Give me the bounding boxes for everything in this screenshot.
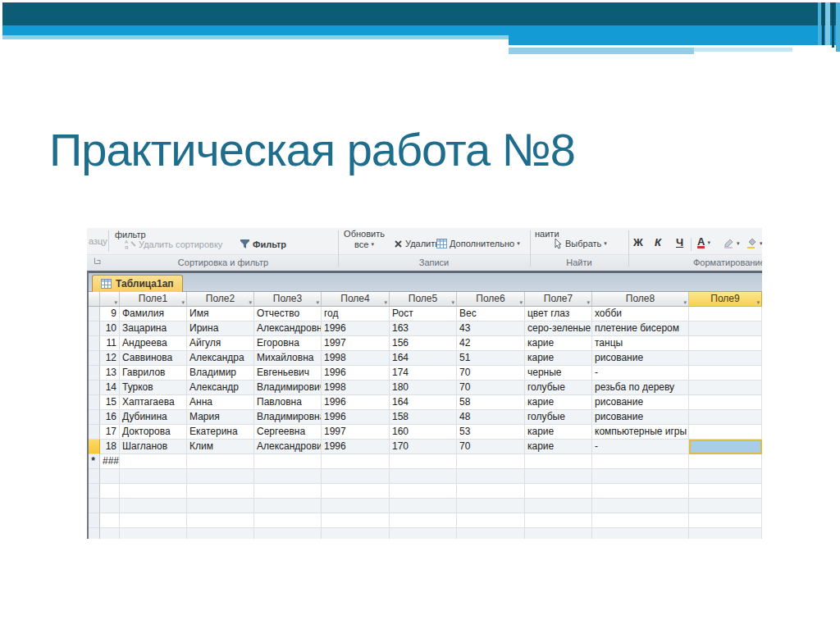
- new-record-id[interactable]: ####: [100, 454, 120, 469]
- table-cell[interactable]: танцы: [592, 336, 689, 351]
- table-cell[interactable]: карие: [525, 351, 592, 366]
- table-cell[interactable]: резьба по дереву: [592, 381, 689, 395]
- table-cell[interactable]: 70: [457, 366, 525, 381]
- table-cell[interactable]: 163: [390, 321, 457, 336]
- column-header-Поле3[interactable]: Поле3▾: [254, 292, 322, 307]
- row-selector[interactable]: [87, 351, 100, 366]
- row-selector[interactable]: [87, 440, 100, 454]
- select-button[interactable]: Выбрать ▾: [555, 238, 607, 249]
- table-cell[interactable]: 1997: [322, 425, 390, 440]
- bold-button[interactable]: Ж: [633, 238, 643, 248]
- table-cell[interactable]: Турков: [120, 381, 187, 395]
- record-id[interactable]: 9: [100, 307, 120, 321]
- record-id[interactable]: 16: [100, 410, 120, 425]
- record-id[interactable]: 17: [100, 425, 120, 440]
- table-cell[interactable]: рисование: [592, 410, 689, 425]
- table-cell[interactable]: 158: [390, 410, 457, 425]
- table-cell[interactable]: [689, 366, 762, 381]
- row-selector[interactable]: [87, 366, 100, 381]
- table-cell[interactable]: [689, 307, 762, 321]
- column-header-Поле5[interactable]: Поле5▾: [390, 292, 457, 307]
- table-cell[interactable]: карие: [525, 440, 592, 454]
- refresh-all-button[interactable]: Обновить: [340, 229, 389, 239]
- table-cell[interactable]: [254, 454, 322, 469]
- document-tab[interactable]: Таблица1ап: [92, 275, 183, 292]
- table-cell[interactable]: голубые: [525, 410, 592, 425]
- table-cell[interactable]: 70: [457, 440, 525, 454]
- table-cell[interactable]: Михайловна: [254, 351, 322, 366]
- table-cell[interactable]: рисование: [592, 395, 689, 410]
- column-header-Поле8[interactable]: Поле8▾: [592, 292, 689, 307]
- table-cell[interactable]: Андреева: [120, 336, 187, 351]
- table-cell[interactable]: Александровна: [254, 321, 322, 336]
- table-cell[interactable]: Вес: [457, 307, 525, 321]
- table-cell[interactable]: 1998: [322, 381, 390, 395]
- table-cell[interactable]: карие: [525, 395, 592, 410]
- table-cell[interactable]: -: [592, 440, 689, 454]
- table-cell[interactable]: 1996: [322, 395, 390, 410]
- table-cell[interactable]: [689, 351, 762, 366]
- column-header-Поле6[interactable]: Поле6▾: [457, 292, 525, 307]
- table-cell[interactable]: Фамилия: [120, 307, 187, 321]
- table-cell[interactable]: 1996: [322, 321, 390, 336]
- row-selector[interactable]: [87, 307, 100, 321]
- table-cell[interactable]: год: [322, 307, 390, 321]
- table-cell[interactable]: 164: [390, 395, 457, 410]
- table-cell[interactable]: 43: [457, 321, 525, 336]
- table-cell[interactable]: 1997: [322, 336, 390, 351]
- column-dropdown-icon[interactable]: ▾: [587, 296, 590, 307]
- table-cell[interactable]: Сергеевна: [254, 425, 322, 440]
- table-cell[interactable]: 70: [457, 381, 525, 395]
- table-cell[interactable]: Отчество: [254, 307, 322, 321]
- table-cell[interactable]: Айгуля: [187, 336, 254, 351]
- record-id[interactable]: 10: [100, 321, 120, 336]
- table-cell[interactable]: Дубинина: [120, 410, 187, 425]
- table-cell[interactable]: Владимировна: [254, 410, 322, 425]
- table-cell[interactable]: Имя: [187, 307, 254, 321]
- selected-cell[interactable]: [689, 440, 762, 454]
- more-button[interactable]: Дополнительно ▾: [436, 239, 520, 248]
- table-cell[interactable]: [689, 381, 762, 395]
- table-cell[interactable]: 160: [390, 425, 457, 440]
- table-cell[interactable]: серо-зеленые: [525, 321, 592, 336]
- table-cell[interactable]: голубые: [525, 381, 592, 395]
- column-dropdown-icon[interactable]: ▾: [114, 296, 117, 307]
- record-id[interactable]: 13: [100, 366, 120, 381]
- column-dropdown-icon[interactable]: ▾: [683, 296, 687, 307]
- underline-button[interactable]: Ч: [676, 238, 683, 248]
- record-id-header[interactable]: ▾: [100, 292, 120, 307]
- table-cell[interactable]: [390, 454, 457, 469]
- fill-color-button[interactable]: ▾: [746, 238, 762, 248]
- column-dropdown-icon[interactable]: ▾: [519, 296, 523, 307]
- dialog-launcher-icon[interactable]: [94, 257, 102, 265]
- table-cell[interactable]: цвет глаз: [525, 307, 592, 321]
- table-cell[interactable]: [525, 454, 592, 469]
- table-cell[interactable]: 1996: [322, 440, 390, 454]
- record-id[interactable]: 11: [100, 336, 120, 351]
- table-cell[interactable]: компьютерные игры: [592, 425, 689, 440]
- column-dropdown-icon[interactable]: ▾: [756, 296, 760, 307]
- table-cell[interactable]: [120, 454, 187, 469]
- record-id[interactable]: 15: [100, 395, 120, 410]
- table-cell[interactable]: 58: [457, 395, 525, 410]
- table-cell[interactable]: Анна: [187, 395, 254, 410]
- row-selector[interactable]: [87, 395, 100, 410]
- table-cell[interactable]: карие: [525, 336, 592, 351]
- table-cell[interactable]: [689, 336, 762, 351]
- table-cell[interactable]: [457, 454, 525, 469]
- row-selector[interactable]: [87, 336, 100, 351]
- table-cell[interactable]: Шагланов: [120, 440, 187, 454]
- table-cell[interactable]: 1998: [322, 351, 390, 366]
- table-cell[interactable]: хобби: [592, 307, 689, 321]
- table-cell[interactable]: Ирина: [187, 321, 254, 336]
- table-cell[interactable]: [592, 454, 689, 469]
- table-cell[interactable]: 42: [457, 336, 525, 351]
- column-header-Поле4[interactable]: Поле4▾: [322, 292, 390, 307]
- table-cell[interactable]: [689, 425, 762, 440]
- table-cell[interactable]: Владимир: [187, 366, 254, 381]
- table-cell[interactable]: Гаврилов: [120, 366, 187, 381]
- column-dropdown-icon[interactable]: ▾: [249, 296, 252, 307]
- table-cell[interactable]: Владимирович: [254, 381, 322, 395]
- table-cell[interactable]: Александра: [187, 351, 254, 366]
- table-cell[interactable]: Мария: [187, 410, 254, 425]
